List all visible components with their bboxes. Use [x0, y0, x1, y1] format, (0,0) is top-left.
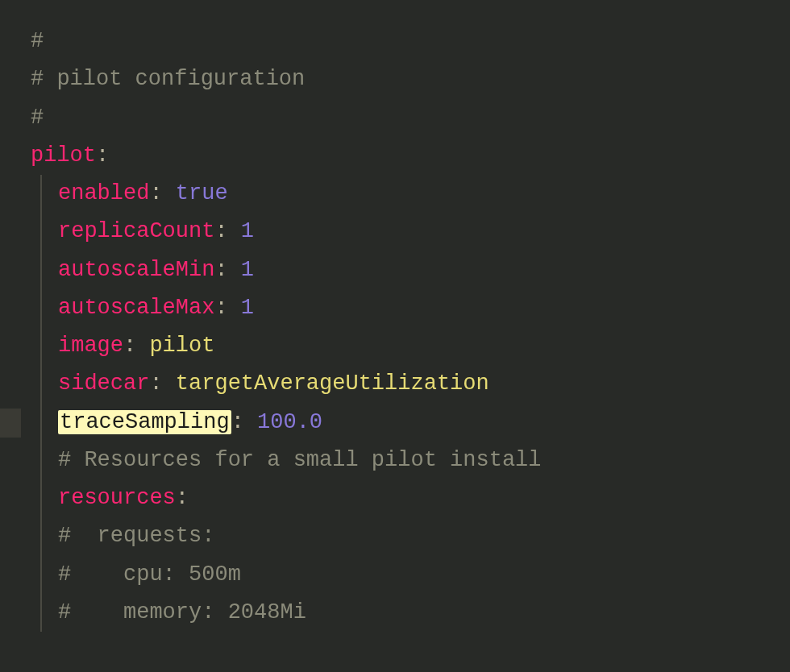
code-line: # pilot configuration: [31, 60, 790, 98]
yaml-key: image: [58, 334, 123, 358]
colon: :: [231, 410, 244, 434]
colon: :: [149, 181, 162, 205]
yaml-value: 100.0: [257, 410, 322, 434]
yaml-key: sidecar: [58, 371, 149, 396]
code-line: autoscaleMax: 1: [31, 289, 790, 327]
code-line: traceSampling: 100.0: [31, 404, 790, 442]
code-line: enabled: true: [31, 175, 790, 213]
code-line: # cpu: 500m: [31, 556, 790, 594]
comment-text: # memory: 2048Mi: [58, 600, 306, 624]
yaml-key: autoscaleMin: [58, 258, 214, 282]
comment-text: # pilot configuration: [31, 67, 305, 91]
comment-text: # cpu: 500m: [58, 562, 241, 587]
yaml-key: resources: [58, 486, 176, 510]
search-highlight: traceSampling: [58, 410, 231, 434]
colon: :: [214, 296, 227, 320]
code-line: # Resources for a small pilot install: [31, 442, 790, 479]
gutter-highlight: [0, 409, 21, 438]
yaml-value: 1: [241, 219, 254, 243]
colon: :: [214, 258, 227, 282]
code-line: # memory: 2048Mi: [31, 594, 790, 632]
code-line: sidecar: targetAverageUtilization: [31, 365, 790, 403]
comment-text: #: [31, 106, 44, 130]
code-line: #: [31, 99, 790, 137]
yaml-value: pilot: [149, 334, 214, 358]
yaml-value: 1: [241, 296, 254, 320]
code-editor[interactable]: # # pilot configuration # pilot: enabled…: [31, 23, 790, 632]
yaml-value: 1: [241, 258, 254, 282]
code-line: image: pilot: [31, 327, 790, 365]
code-line: pilot:: [31, 137, 790, 175]
colon: :: [96, 143, 109, 168]
colon: :: [149, 371, 162, 396]
yaml-key: pilot: [31, 143, 96, 168]
code-line: autoscaleMin: 1: [31, 251, 790, 289]
yaml-value: targetAverageUtilization: [176, 371, 489, 396]
code-line: resources:: [31, 479, 790, 517]
code-line: # requests:: [31, 517, 790, 555]
colon: :: [176, 486, 189, 510]
yaml-key: autoscaleMax: [58, 296, 214, 320]
yaml-key: replicaCount: [58, 219, 214, 243]
yaml-key: enabled: [58, 181, 149, 205]
comment-text: # requests:: [58, 524, 214, 548]
code-line: #: [31, 23, 790, 60]
comment-text: #: [31, 29, 44, 53]
colon: :: [123, 334, 136, 358]
colon: :: [214, 219, 227, 243]
code-line: replicaCount: 1: [31, 213, 790, 251]
yaml-value: true: [176, 181, 228, 205]
comment-text: # Resources for a small pilot install: [58, 448, 542, 472]
